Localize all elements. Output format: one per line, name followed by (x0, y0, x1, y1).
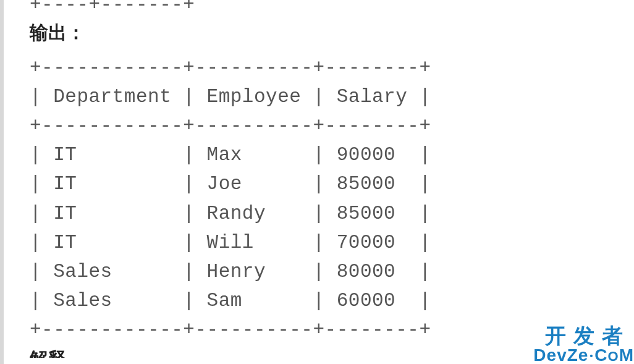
table-row: | IT | Joe | 85000 | (30, 173, 431, 195)
table-row: | Sales | Sam | 60000 | (30, 290, 431, 311)
table-border: +------------+----------+--------+ (30, 319, 431, 341)
table-row: | IT | Max | 90000 | (30, 144, 431, 166)
table-row: | Sales | Henry | 80000 | (30, 261, 431, 282)
table-header: | Department | Employee | Salary | (30, 86, 431, 108)
table-row: | IT | Will | 70000 | (30, 232, 431, 253)
table-border: +------------+----------+--------+ (30, 57, 431, 78)
site-watermark: 开发者 DevZe•COM (533, 325, 634, 364)
quote-border (0, 0, 4, 364)
watermark-en: DevZe•COM (533, 346, 634, 364)
article-content: +----+-------+ 输出： +------------+-------… (0, 0, 634, 358)
table-border: +------------+----------+--------+ (30, 115, 431, 137)
output-heading: 输出： (30, 20, 634, 46)
partial-top-border: +----+-------+ (30, 0, 634, 15)
ascii-table: +------------+----------+--------+ | Dep… (30, 53, 634, 344)
watermark-cn: 开发者 (533, 325, 634, 347)
table-row: | IT | Randy | 85000 | (30, 203, 431, 224)
